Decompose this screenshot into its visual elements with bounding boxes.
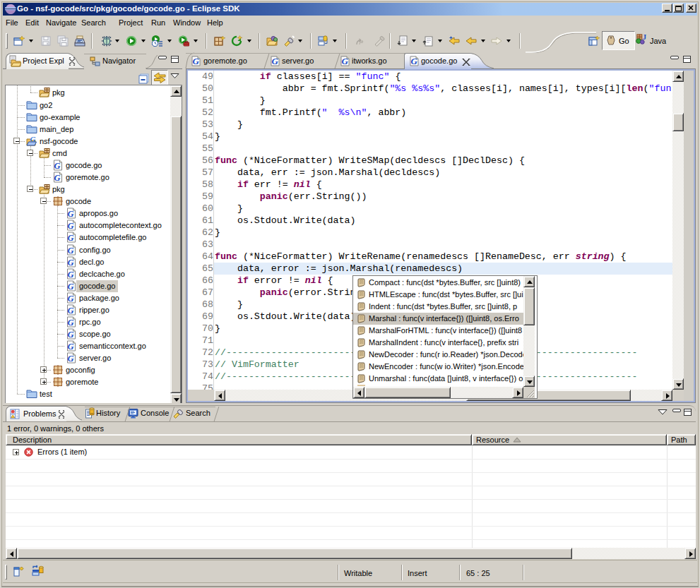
svg-text:G: G (68, 306, 74, 316)
svg-text:G: G (54, 161, 61, 171)
svg-text:G: G (68, 342, 74, 352)
svg-text:G: G (193, 56, 200, 66)
svg-text:G: G (68, 246, 74, 256)
svg-text:G: G (68, 330, 74, 340)
svg-text:G: G (68, 258, 74, 268)
svg-text:G: G (68, 221, 74, 231)
svg-text:G: G (68, 354, 74, 364)
svg-text:G: G (68, 294, 74, 304)
svg-text:G: G (54, 173, 61, 183)
svg-text:G: G (411, 56, 418, 66)
svg-text:G: G (68, 209, 74, 219)
svg-text:G: G (68, 282, 74, 292)
svg-text:G: G (68, 318, 74, 328)
svg-text:J: J (643, 33, 647, 41)
svg-text:G: G (68, 233, 74, 243)
svg-text:G: G (68, 270, 74, 280)
svg-text:G: G (342, 56, 349, 66)
svg-text:G: G (272, 56, 279, 66)
svg-text:G: G (30, 136, 36, 143)
